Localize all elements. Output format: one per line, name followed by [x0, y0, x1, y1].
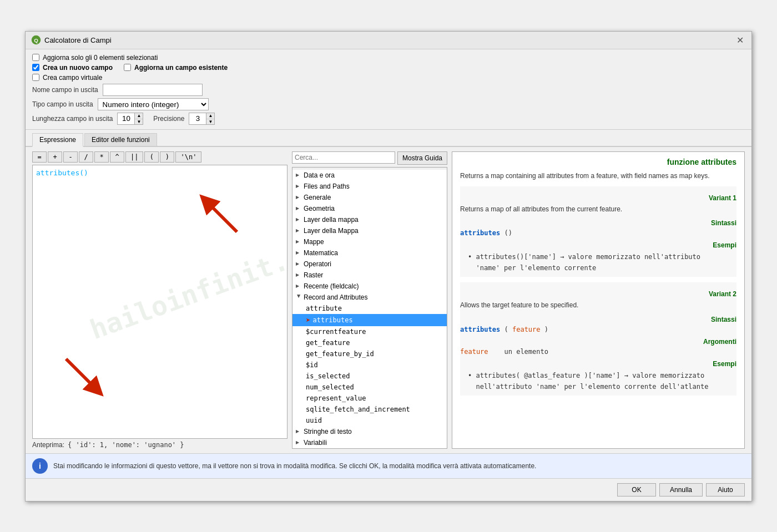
op-slash[interactable]: /: [79, 151, 93, 163]
func-item-currentfeature[interactable]: $currentfeature: [292, 326, 447, 337]
syntax1: attributes (): [460, 229, 736, 237]
aggiorna-esistente-label: Aggiorna un campo esistente: [134, 64, 228, 72]
func-group-raster[interactable]: ▶ Raster: [292, 270, 447, 281]
crea-nuovo-checkbox[interactable]: [32, 64, 39, 71]
lunghezza-up-arrow[interactable]: ▲: [135, 113, 143, 119]
syntax2-func-name: attributes: [460, 326, 500, 333]
triangle-files-icon: ▶: [296, 184, 301, 189]
triangle-raster-icon: ▶: [296, 272, 301, 277]
precisione-down-arrow[interactable]: ▼: [206, 119, 214, 125]
func-group-generale[interactable]: ▶ Generale: [292, 192, 447, 203]
variant1-section: Variant 1 Returns a map of all attribute…: [460, 186, 736, 277]
tab-espressione[interactable]: Espressione: [32, 133, 83, 147]
op-minus[interactable]: -: [63, 151, 78, 163]
lunghezza-down-arrow[interactable]: ▼: [135, 119, 143, 125]
precisione-up-arrow[interactable]: ▲: [206, 113, 214, 119]
func-group-geometria[interactable]: ▶ Geometria: [292, 203, 447, 214]
func-item-id[interactable]: $id: [292, 359, 447, 371]
op-eq[interactable]: =: [32, 151, 47, 163]
aggiorna-esistente-row: Aggiorna un campo esistente: [124, 64, 228, 72]
op-lparen[interactable]: (: [144, 151, 159, 163]
precisione-input[interactable]: [189, 113, 206, 124]
func-item-attributes[interactable]: ➤ attributes: [292, 314, 447, 326]
group-label-generale: Generale: [304, 194, 331, 201]
triangle-variabili-icon: ▶: [296, 440, 301, 445]
aggiorna-esistente-checkbox[interactable]: [124, 64, 131, 71]
expression-text: attributes(): [36, 169, 88, 177]
op-star[interactable]: *: [94, 151, 109, 163]
func-group-stringhe[interactable]: ▶ Stringhe di testo: [292, 426, 447, 437]
nome-campo-input[interactable]: [103, 84, 203, 96]
close-button[interactable]: ✕: [734, 35, 746, 45]
func-item-is-selected[interactable]: is_selected: [292, 371, 447, 382]
func-group-files-and-paths[interactable]: ▶ Files and Paths: [292, 181, 447, 192]
group-label-recente: Recente (fieldcalc): [304, 282, 359, 290]
preview-label: Anteprima:: [32, 441, 64, 449]
aiuto-button[interactable]: Aiuto: [706, 483, 745, 496]
variant2-desc: Allows the target feature to be specifie…: [460, 300, 736, 311]
func-group-record-and-attributes[interactable]: ▶ Record and Attributes: [292, 292, 447, 303]
svg-text:Q: Q: [34, 37, 38, 43]
func-item-get-feature-by-id[interactable]: get_feature_by_id: [292, 348, 447, 359]
expression-editor[interactable]: attributes(): [32, 165, 287, 439]
lunghezza-spinbox[interactable]: ▲ ▼: [117, 113, 143, 125]
group-label-layer1: Layer della mappa: [304, 216, 359, 224]
guide-button[interactable]: Mostra Guida: [397, 151, 447, 165]
tipo-campo-select[interactable]: Numero intero (integer): [98, 98, 209, 110]
tab-editor[interactable]: Editor delle funzioni: [84, 133, 157, 146]
func-group-data-e-ora[interactable]: ▶ Data e ora: [292, 170, 447, 181]
func-item-represent-value[interactable]: represent_value: [292, 393, 447, 404]
dialog-title: Calcolatore di Campi: [44, 36, 112, 44]
group-label-files-and-paths: Files and Paths: [304, 183, 350, 190]
func-group-mappe[interactable]: ▶ Mappe: [292, 236, 447, 247]
param-name: feature: [460, 348, 488, 356]
op-concat[interactable]: ||: [125, 151, 143, 163]
func-item-uuid[interactable]: uuid: [292, 415, 447, 426]
func-item-sqlite[interactable]: sqlite_fetch_and_increment: [292, 404, 447, 415]
syntax1-parens: (): [504, 229, 512, 237]
aggiorna-selezionati-checkbox[interactable]: [32, 54, 39, 61]
op-caret[interactable]: ^: [110, 151, 124, 163]
precisione-arrows: ▲ ▼: [206, 113, 214, 124]
lunghezza-input[interactable]: [118, 113, 134, 124]
triangle-record-icon: ▶: [296, 295, 301, 300]
func-group-layer1[interactable]: ▶ Layer della mappa: [292, 214, 447, 225]
op-newline[interactable]: '\n': [175, 151, 201, 163]
op-rparen[interactable]: ): [160, 151, 174, 163]
titlebar: Q Calcolatore di Campi ✕: [26, 32, 751, 49]
group-label-variabili: Variabili: [304, 439, 327, 447]
info-icon-label: i: [39, 462, 41, 470]
search-input[interactable]: [292, 151, 395, 164]
func-group-operatori[interactable]: ▶ Operatori: [292, 259, 447, 270]
triangle-layer1-icon: ▶: [296, 217, 301, 222]
triangle-mappe-icon: ▶: [296, 239, 301, 244]
ok-button[interactable]: OK: [617, 483, 656, 496]
annulla-button[interactable]: Annulla: [659, 483, 703, 496]
func-group-matematica[interactable]: ▶ Matematica: [292, 247, 447, 259]
op-plus[interactable]: +: [48, 151, 62, 163]
crea-aggiorna-row: Crea un nuovo campo Aggiorna un campo es…: [32, 64, 745, 72]
argomenti-title: Argomenti: [460, 338, 736, 346]
group-label-stringhe: Stringhe di testo: [304, 428, 352, 435]
aggiorna-selezionati-row: Aggiorna solo gli 0 elementi selezionati: [32, 54, 745, 62]
group-label-layer2: Layer della Mappa: [304, 227, 359, 235]
function-list[interactable]: ▶ Data e ora ▶ Files and Paths ▶ General…: [292, 167, 447, 449]
tipo-campo-row: Tipo campo in uscita Numero intero (inte…: [32, 98, 745, 110]
func-group-recente[interactable]: ▶ Recente (fieldcalc): [292, 281, 447, 292]
func-group-variabili[interactable]: ▶ Variabili: [292, 437, 447, 448]
help-desc: Returns a map containing all attributes …: [460, 171, 736, 181]
group-label-geometria: Geometria: [304, 205, 335, 212]
triangle-data-e-ora-icon: ▶: [296, 173, 301, 178]
arrow-up-left-decoration: [198, 193, 243, 239]
func-item-uuid-label: uuid: [306, 417, 322, 424]
triangle-generale-icon: ▶: [296, 195, 301, 200]
func-item-id-label: $id: [306, 361, 318, 369]
func-item-num-selected[interactable]: num_selected: [292, 382, 447, 393]
func-item-get-feature[interactable]: get_feature: [292, 337, 447, 348]
func-item-attribute[interactable]: attribute: [292, 303, 447, 314]
crea-virtuale-checkbox[interactable]: [32, 74, 39, 81]
precisione-spinbox[interactable]: ▲ ▼: [189, 113, 215, 125]
watermark-text: hailoinfinit...: [85, 234, 287, 346]
func-group-layer2[interactable]: ▶ Layer della Mappa: [292, 225, 447, 236]
func-item-attributes-label: attributes: [312, 316, 352, 324]
